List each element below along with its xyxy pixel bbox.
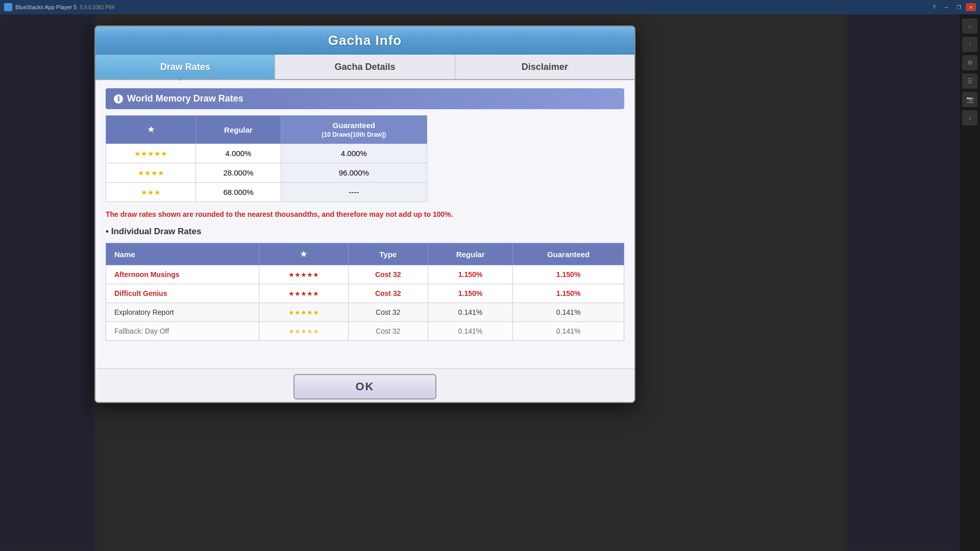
item-stars: ★★★★★ xyxy=(259,322,348,341)
section-header: ℹ World Memory Draw Rates xyxy=(106,88,624,109)
item-type: Cost 32 xyxy=(348,284,428,303)
restore-button[interactable]: ❐ xyxy=(953,3,964,11)
col-regular: Regular xyxy=(428,243,512,265)
individual-rates-table: Name ★ Type Regular Guaranteed Afternoon… xyxy=(106,243,624,341)
guaranteed-cell: 4.000% xyxy=(281,144,427,163)
tab-draw-rates[interactable]: Draw Rates xyxy=(95,55,275,79)
col-star: ★ xyxy=(259,243,348,265)
col-type: Type xyxy=(348,243,428,265)
item-guaranteed: 1.150% xyxy=(513,265,624,284)
item-regular: 1.150% xyxy=(428,284,512,303)
list-item: Afternoon Musings ★★★★★ Cost 32 1.150% 1… xyxy=(106,265,624,284)
section-title: World Memory Draw Rates xyxy=(127,93,243,104)
individual-draw-rates-header: • Individual Draw Rates xyxy=(106,227,624,237)
col-name: Name xyxy=(106,243,259,265)
close-button[interactable]: ✕ xyxy=(966,3,976,11)
info-icon: ℹ xyxy=(114,94,123,104)
sidebar-icon-4[interactable]: ☰ xyxy=(962,73,977,89)
item-guaranteed: 0.141% xyxy=(513,303,624,322)
dialog-title: Gacha Info xyxy=(328,33,402,48)
right-sidebar: ⌂ ↑ ⚙ ☰ 📷 ♪ xyxy=(960,14,980,551)
gacha-info-dialog: Gacha Info Draw Rates Gacha Details Disc… xyxy=(94,26,635,403)
table-row: ★★★★ 28.000% 96.000% xyxy=(106,163,427,183)
rates-table: ★ Regular Guaranteed (10 Draws[10th Draw… xyxy=(106,115,427,202)
item-type: Cost 32 xyxy=(348,303,428,322)
item-stars: ★★★★★ xyxy=(259,284,348,303)
warning-text: The draw rates shown are rounded to the … xyxy=(106,210,624,218)
item-name: Exploratory Report xyxy=(106,303,259,322)
app-logo xyxy=(4,3,12,11)
guaranteed-cell: ---- xyxy=(281,183,427,202)
list-item: Difficult Genius ★★★★★ Cost 32 1.150% 1.… xyxy=(106,284,624,303)
list-item: Exploratory Report ★★★★★ Cost 32 0.141% … xyxy=(106,303,624,322)
item-stars: ★★★★★ xyxy=(259,265,348,284)
sidebar-icon-5[interactable]: 📷 xyxy=(962,92,977,107)
item-regular: 1.150% xyxy=(428,265,512,284)
item-guaranteed: 0.141% xyxy=(513,322,624,341)
minimize-button[interactable]: ─ xyxy=(941,3,951,11)
item-regular: 0.141% xyxy=(428,303,512,322)
item-type: Cost 32 xyxy=(348,322,428,341)
ok-button[interactable]: OK xyxy=(293,374,436,399)
item-name: Afternoon Musings xyxy=(106,265,259,284)
sidebar-icon-3[interactable]: ⚙ xyxy=(962,55,977,70)
stars-cell: ★★★★★ xyxy=(106,144,196,163)
taskbar: BlueStacks App Player 5 5.9.0.1061 P64 ?… xyxy=(0,0,980,14)
taskbar-title: BlueStacks App Player 5 xyxy=(15,4,77,10)
table-row: ★★★★★ 4.000% 4.000% xyxy=(106,144,427,163)
sidebar-icon-2[interactable]: ↑ xyxy=(962,37,977,52)
regular-cell: 68.000% xyxy=(196,183,281,202)
dialog-footer: OK xyxy=(95,368,634,403)
tab-bar: Draw Rates Gacha Details Disclaimer xyxy=(95,55,634,80)
sidebar-icon-1[interactable]: ⌂ xyxy=(962,18,977,34)
item-stars: ★★★★★ xyxy=(259,303,348,322)
table-row: ★★★ 68.000% ---- xyxy=(106,183,427,202)
regular-cell: 28.000% xyxy=(196,163,281,183)
item-name: Fallback: Day Off xyxy=(106,322,259,341)
sidebar-icon-6[interactable]: ♪ xyxy=(962,110,977,126)
col-regular: Regular xyxy=(196,116,281,144)
guaranteed-cell: 96.000% xyxy=(281,163,427,183)
tab-gacha-details[interactable]: Gacha Details xyxy=(275,55,455,79)
list-item: Fallback: Day Off ★★★★★ Cost 32 0.141% 0… xyxy=(106,322,624,341)
dialog-header: Gacha Info xyxy=(95,27,634,55)
item-type: Cost 32 xyxy=(348,265,428,284)
item-regular: 0.141% xyxy=(428,322,512,341)
stars-cell: ★★★★ xyxy=(106,163,196,183)
tab-disclaimer[interactable]: Disclaimer xyxy=(455,55,634,79)
col-guaranteed: Guaranteed (10 Draws[10th Draw]) xyxy=(281,116,427,144)
taskbar-version: 5.9.0.1061 P64 xyxy=(80,5,114,10)
regular-cell: 4.000% xyxy=(196,144,281,163)
left-background xyxy=(0,14,94,551)
item-guaranteed: 1.150% xyxy=(513,284,624,303)
item-name: Difficult Genius xyxy=(106,284,259,303)
dialog-content: ℹ World Memory Draw Rates ★ Regular Guar… xyxy=(95,80,634,368)
window-controls: ? ─ ❐ ✕ xyxy=(929,3,976,11)
help-button[interactable]: ? xyxy=(929,3,939,11)
col-star: ★ xyxy=(106,116,196,144)
right-background xyxy=(847,14,960,551)
stars-cell: ★★★ xyxy=(106,183,196,202)
col-guaranteed: Guaranteed xyxy=(513,243,624,265)
